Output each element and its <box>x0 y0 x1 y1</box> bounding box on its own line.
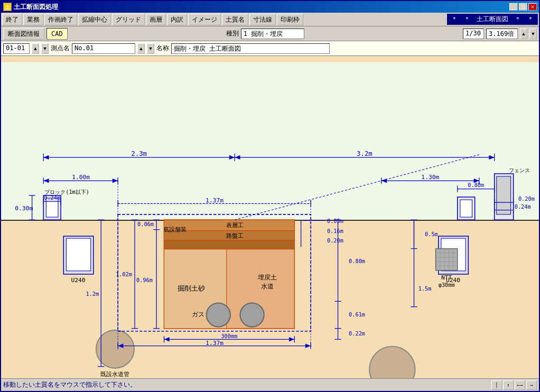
point-up-btn[interactable]: ▲ <box>137 43 145 54</box>
scroll-left-btn[interactable]: │ <box>491 380 502 390</box>
zoom-down-button[interactable]: ▼ <box>529 29 537 39</box>
svg-text:1.37m: 1.37m <box>206 197 224 204</box>
svg-text:0.05m: 0.05m <box>327 218 343 224</box>
point-down-btn[interactable]: ▼ <box>147 43 154 54</box>
svg-text:1.2m: 1.2m <box>86 291 99 297</box>
maximize-button[interactable]: □ <box>519 3 527 11</box>
svg-text:路盤工: 路盤工 <box>226 232 244 239</box>
scroll-up-btn[interactable]: ↑ <box>503 380 514 390</box>
menu-zoom-center[interactable]: 拡縮中心 <box>78 14 111 25</box>
title-label: 土工断面図処理 <box>14 3 58 12</box>
scroll-controls[interactable]: │ ↑ ←→ → <box>491 380 537 390</box>
section-id-field: 01-01 <box>3 43 30 54</box>
svg-text:0.22m: 0.22m <box>349 330 365 337</box>
menu-bar: 終了 業務 作画終了 拡縮中心 グリッド 画層 内訳 イメージ 土質名 寸法線 … <box>1 13 539 26</box>
svg-text:0.16m: 0.16m <box>327 228 343 234</box>
menu-grid[interactable]: グリッド <box>112 14 145 25</box>
minimize-button[interactable]: _ <box>509 3 518 11</box>
menu-soil-name[interactable]: 土質名 <box>222 14 248 25</box>
menu-dimension[interactable]: 寸法線 <box>249 14 276 25</box>
menu-layer[interactable]: 画層 <box>146 14 166 25</box>
title-text: 土 土工断面図処理 <box>3 3 58 12</box>
name-field: 掘削・埋戻 土工断面図 <box>171 43 330 54</box>
svg-rect-9 <box>164 240 294 249</box>
svg-text:フェンス: フェンス <box>509 167 530 173</box>
menu-end[interactable]: 終了 <box>2 14 22 25</box>
zoom-up-button[interactable]: ▲ <box>520 29 527 39</box>
svg-text:0.20m: 0.20m <box>518 195 535 202</box>
svg-text:1.5m: 1.5m <box>418 285 432 292</box>
menu-finish-draw[interactable]: 作画終了 <box>44 14 77 25</box>
menu-breakdown[interactable]: 内訳 <box>167 14 187 25</box>
svg-rect-18 <box>66 238 90 271</box>
svg-text:0.96m: 0.96m <box>136 277 153 283</box>
svg-text:0.80m: 0.80m <box>468 182 484 188</box>
svg-point-16 <box>240 303 264 326</box>
scroll-right-btn[interactable]: ←→ <box>515 380 525 390</box>
svg-text:300mm: 300mm <box>221 333 237 339</box>
svg-text:0.06m: 0.06m <box>137 221 154 227</box>
svg-text:既設水道管: 既設水道管 <box>100 371 129 378</box>
name-label: 名称 <box>156 44 169 53</box>
type-label: 種別 <box>226 29 239 38</box>
point-field: No.01 <box>72 43 135 54</box>
close-button[interactable]: ✕ <box>528 3 537 11</box>
svg-text:U240: U240 <box>71 277 85 284</box>
svg-text:NTT: NTT <box>441 274 452 281</box>
app-window: 土 土工断面図処理 _ □ ✕ 終了 業務 作画終了 拡縮中心 グリッド 画層 … <box>0 0 540 392</box>
title-bar: 土 土工断面図処理 _ □ ✕ <box>1 1 539 13</box>
info-bar: 01-01 ▲ ▼ 測点名 No.01 ▲ ▼ 名称 掘削・埋戻 土工断面図 <box>1 41 539 56</box>
svg-rect-26 <box>497 176 511 214</box>
svg-text:1.30m: 1.30m <box>421 174 439 181</box>
app-icon: 土 <box>3 3 12 11</box>
type-field: 1 掘削・埋戻 <box>241 29 304 39</box>
svg-text:0.20m: 0.20m <box>327 237 343 244</box>
svg-point-14 <box>207 303 230 326</box>
menu-business[interactable]: 業務 <box>23 14 43 25</box>
point-label: 測点名 <box>51 44 70 53</box>
svg-rect-29 <box>436 249 458 270</box>
status-text: 移動したい土質名をマウスで指示して下さい。 <box>3 380 136 389</box>
svg-text:ブロック(1m以下): ブロック(1m以下) <box>44 189 89 195</box>
svg-text:0.61m: 0.61m <box>349 311 365 318</box>
toolbar-cad[interactable]: CAD <box>46 28 68 40</box>
svg-rect-28 <box>460 200 472 217</box>
svg-text:φ30mm: φ30mm <box>439 282 455 288</box>
menu-print-frame[interactable]: 印刷枠 <box>277 14 303 25</box>
scale-field: 1/30 <box>463 29 484 39</box>
svg-text:0.24m: 0.24m <box>44 194 60 201</box>
svg-text:1.00m: 1.00m <box>72 174 90 181</box>
toolbar: 断面図情報 CAD 種別 1 掘削・埋戻 1/30 3.169倍 ▲ ▼ <box>1 26 539 41</box>
diagram-svg: 表層工 路盤工 底設舗装 掘削土砂 埋戻土 水道 ガス <box>1 56 539 378</box>
svg-point-40 <box>96 330 134 368</box>
canvas-area[interactable]: 表層工 路盤工 底設舗装 掘削土砂 埋戻土 水道 ガス <box>1 56 539 378</box>
svg-text:埋戻土: 埋戻土 <box>257 274 277 281</box>
svg-text:3.2m: 3.2m <box>357 150 373 157</box>
section-down-btn[interactable]: ▼ <box>41 43 49 54</box>
zoom-field: 3.169倍 <box>486 29 518 39</box>
svg-text:表層工: 表層工 <box>226 222 244 229</box>
scroll-down-btn[interactable]: → <box>526 380 537 390</box>
svg-rect-2 <box>1 62 539 220</box>
status-bar: 移動したい土質名をマウスで指示して下さい。 │ ↑ ←→ → <box>1 378 539 391</box>
title-badge: ＊ ＊ 土工断面図 ＊ ＊ <box>447 14 538 25</box>
svg-text:2.3m: 2.3m <box>131 150 147 157</box>
toolbar-section-info[interactable]: 断面図情報 <box>3 28 44 40</box>
svg-rect-24 <box>46 198 58 217</box>
svg-text:ガス: ガス <box>192 311 204 318</box>
section-up-btn[interactable]: ▲ <box>32 43 39 54</box>
window-controls[interactable]: _ □ ✕ <box>509 3 537 11</box>
svg-text:底設舗装: 底設舗装 <box>163 226 187 233</box>
svg-text:1.37m: 1.37m <box>206 340 224 347</box>
svg-text:0.80m: 0.80m <box>349 258 365 264</box>
menu-image[interactable]: イメージ <box>188 14 221 25</box>
svg-text:0.5m: 0.5m <box>425 231 438 237</box>
svg-text:0.30m: 0.30m <box>15 205 33 212</box>
svg-text:掘削土砂: 掘削土砂 <box>178 284 205 292</box>
svg-text:水道: 水道 <box>261 283 274 290</box>
svg-text:0.24m: 0.24m <box>515 203 531 210</box>
